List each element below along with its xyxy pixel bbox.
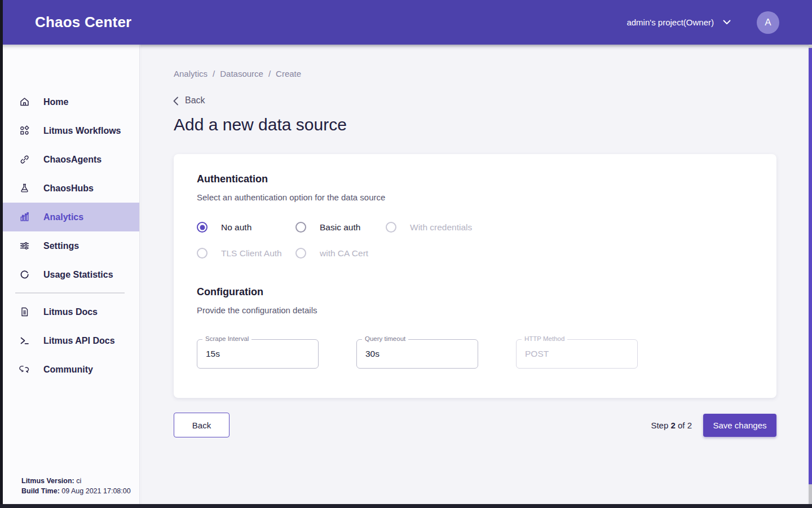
back-link[interactable]: Back bbox=[173, 95, 205, 106]
sidebar-item-settings[interactable]: Settings bbox=[3, 231, 139, 260]
auth-options-row-2: TLS Client Auth with CA Cert bbox=[197, 248, 754, 259]
sidebar-item-chaoshubs[interactable]: ChaosHubs bbox=[3, 174, 139, 203]
radio-label: With credentials bbox=[410, 222, 472, 233]
sidebar-item-litmus-docs[interactable]: Litmus Docs bbox=[3, 297, 139, 326]
litmus-version-line: Litmus Version: ci bbox=[21, 476, 131, 486]
radio-basic-auth[interactable]: Basic auth bbox=[295, 222, 386, 233]
query-timeout-input[interactable] bbox=[357, 340, 478, 368]
radio-no-auth[interactable]: No auth bbox=[197, 222, 295, 233]
authentication-section-subtitle: Select an authentication option for the … bbox=[197, 192, 754, 202]
http-method-field: HTTP Method bbox=[516, 339, 638, 369]
auth-options-row-1: No auth Basic auth With credentials bbox=[197, 222, 754, 233]
scrape-interval-input[interactable] bbox=[197, 340, 318, 368]
query-timeout-field: Query timeout bbox=[356, 339, 478, 369]
radio-button-icon bbox=[386, 222, 396, 233]
chat-bubbles-icon bbox=[19, 364, 30, 375]
radio-button-icon[interactable] bbox=[295, 222, 306, 233]
app-header: Chaos Center admin's project(Owner) A bbox=[0, 0, 812, 45]
window-frame-left bbox=[0, 0, 3, 508]
radio-with-credentials: With credentials bbox=[386, 222, 472, 233]
radio-label: Basic auth bbox=[320, 222, 360, 233]
sidebar-item-analytics[interactable]: Analytics bbox=[3, 203, 139, 231]
field-label: HTTP Method bbox=[522, 335, 567, 342]
radio-tls-client-auth: TLS Client Auth bbox=[197, 248, 295, 259]
configuration-fields: Scrape Interval Query timeout HTTP Metho… bbox=[197, 339, 754, 369]
breadcrumb-create[interactable]: Create bbox=[276, 69, 301, 78]
workflows-icon bbox=[19, 125, 30, 136]
build-time-line: Build Time: 09 Aug 2021 17:08:00 bbox=[21, 486, 131, 496]
flask-icon bbox=[19, 183, 30, 194]
sidebar-item-label: Litmus Workflows bbox=[43, 126, 121, 136]
sidebar-item-home[interactable]: Home bbox=[3, 87, 139, 116]
sidebar-item-label: Usage Statistics bbox=[43, 270, 113, 280]
save-changes-button[interactable]: Save changes bbox=[703, 414, 776, 437]
back-button[interactable]: Back bbox=[174, 413, 230, 437]
breadcrumb-separator: / bbox=[268, 69, 271, 78]
sidebar-item-label: Settings bbox=[43, 241, 79, 251]
sidebar-item-label: Community bbox=[43, 365, 93, 375]
radio-button-icon[interactable] bbox=[197, 222, 208, 233]
radio-button-icon bbox=[197, 248, 208, 259]
sidebar-item-label: Home bbox=[43, 97, 68, 107]
sidebar-item-chaosagents[interactable]: ChaosAgents bbox=[3, 145, 139, 174]
sidebar-item-litmus-workflows[interactable]: Litmus Workflows bbox=[3, 116, 139, 145]
scrollbar-track[interactable] bbox=[809, 45, 812, 504]
page-title: Add a new data source bbox=[174, 115, 347, 134]
project-selector[interactable]: admin's project(Owner) bbox=[626, 17, 731, 27]
radio-with-ca-cert: with CA Cert bbox=[295, 248, 368, 259]
step-indicator: Step 2 of 2 bbox=[651, 421, 692, 430]
radio-label: TLS Client Auth bbox=[221, 248, 282, 259]
sidebar: Home Litmus Workflows ChaosAgents bbox=[3, 45, 140, 504]
authentication-section-title: Authentication bbox=[197, 173, 754, 185]
loader-icon bbox=[19, 269, 30, 280]
window-frame-bottom bbox=[0, 504, 812, 508]
sidebar-item-label: ChaosAgents bbox=[43, 155, 102, 165]
sidebar-item-usage-statistics[interactable]: Usage Statistics bbox=[3, 260, 139, 289]
datasource-form-card: Authentication Select an authentication … bbox=[174, 154, 776, 398]
bar-chart-icon bbox=[19, 212, 30, 222]
chevron-left-icon bbox=[173, 97, 180, 104]
sidebar-item-label: Analytics bbox=[43, 212, 83, 222]
configuration-section-title: Configuration bbox=[197, 286, 754, 298]
field-label: Scrape Interval bbox=[202, 335, 251, 342]
breadcrumb-analytics[interactable]: Analytics bbox=[174, 69, 208, 78]
version-info: Litmus Version: ci Build Time: 09 Aug 20… bbox=[21, 476, 131, 496]
main-content: Analytics / Datasource / Create Back Add… bbox=[140, 45, 809, 504]
sidebar-item-community[interactable]: Community bbox=[3, 355, 139, 384]
configuration-section-subtitle: Provide the configuration details bbox=[197, 305, 754, 315]
document-icon bbox=[19, 306, 30, 317]
sidebar-item-litmus-api-docs[interactable]: Litmus API Docs bbox=[3, 326, 139, 355]
radio-label: with CA Cert bbox=[320, 248, 368, 259]
breadcrumb-separator: / bbox=[213, 69, 215, 78]
chevron-down-icon bbox=[723, 20, 731, 25]
sidebar-item-label: Litmus Docs bbox=[43, 307, 98, 317]
scrollbar-thumb[interactable] bbox=[809, 48, 812, 484]
sidebar-item-label: ChaosHubs bbox=[43, 183, 94, 194]
terminal-icon bbox=[19, 335, 30, 346]
back-link-label: Back bbox=[185, 95, 205, 106]
breadcrumb: Analytics / Datasource / Create bbox=[174, 69, 301, 78]
breadcrumb-datasource[interactable]: Datasource bbox=[220, 69, 263, 78]
sidebar-divider bbox=[15, 292, 125, 294]
sliders-icon bbox=[19, 240, 30, 251]
app-title: Chaos Center bbox=[35, 14, 131, 31]
home-icon bbox=[19, 97, 30, 107]
avatar-letter: A bbox=[765, 17, 771, 28]
avatar[interactable]: A bbox=[757, 11, 779, 34]
sidebar-item-label: Litmus API Docs bbox=[43, 336, 115, 346]
scrape-interval-field: Scrape Interval bbox=[197, 339, 319, 369]
form-footer: Back Step 2 of 2 Save changes bbox=[174, 413, 776, 437]
link-icon bbox=[19, 154, 30, 165]
http-method-input bbox=[517, 340, 637, 368]
project-selector-label: admin's project(Owner) bbox=[626, 17, 714, 27]
radio-button-icon bbox=[295, 248, 306, 259]
field-label: Query timeout bbox=[362, 335, 408, 342]
radio-label: No auth bbox=[221, 222, 251, 233]
